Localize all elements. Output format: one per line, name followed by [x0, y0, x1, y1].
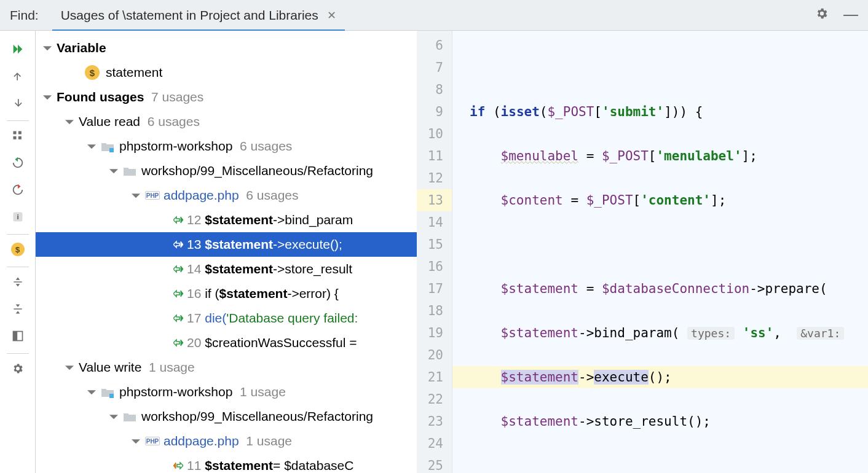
svg-rect-1 [13, 136, 16, 139]
project-name: phpstorm-workshop [119, 139, 232, 154]
chevron-down-icon[interactable] [130, 437, 141, 445]
usage-row[interactable]: 16 if ($statement->error) { [36, 281, 417, 306]
minimize-icon[interactable] [843, 15, 858, 16]
php-file-icon: PHP [145, 191, 160, 200]
chevron-down-icon[interactable] [42, 93, 53, 101]
read-usage-icon [173, 240, 183, 249]
read-usage-icon [173, 338, 183, 347]
tool-icon-column: i $ [0, 31, 36, 473]
settings-icon[interactable] [6, 356, 30, 381]
chevron-down-icon[interactable] [108, 166, 119, 175]
value-write-label: Value write [79, 360, 141, 375]
read-usage-icon [173, 265, 183, 273]
chevron-down-icon[interactable] [108, 412, 119, 421]
usages-tree[interactable]: Variable $statement Found usages 7 usage… [36, 31, 417, 473]
usage-row[interactable]: 14 $statement->store_result [36, 257, 417, 281]
preview-icon[interactable] [6, 324, 30, 348]
read-usage-icon [173, 289, 183, 298]
svg-rect-0 [13, 131, 16, 135]
info-icon[interactable]: i [6, 205, 30, 229]
export-green-icon[interactable] [6, 150, 30, 175]
export-red-icon[interactable] [6, 178, 30, 202]
read-usage-icon [173, 216, 183, 224]
read-usage-icon [173, 314, 183, 322]
file-name: addpage.php [164, 188, 239, 203]
close-icon[interactable]: ✕ [327, 9, 336, 22]
found-count: 7 usages [151, 90, 203, 104]
value-read-label: Value read [79, 114, 140, 129]
chevron-down-icon[interactable] [64, 363, 75, 372]
gear-icon[interactable] [815, 7, 829, 23]
prev-icon[interactable] [6, 64, 30, 88]
svg-rect-2 [18, 131, 21, 135]
code-preview: 678910111213141516171819202122232425 if … [417, 31, 868, 473]
write-usage-icon [173, 461, 183, 470]
usage-row-selected[interactable]: 13 $statement->execute(); [36, 232, 417, 257]
variable-name: statement [106, 65, 162, 80]
chevron-down-icon[interactable] [130, 191, 141, 200]
svg-rect-8 [109, 148, 114, 152]
next-icon[interactable] [6, 91, 30, 115]
chevron-down-icon[interactable] [86, 142, 97, 150]
usage-row[interactable]: 11 $statement = $databaseC [36, 453, 417, 473]
usage-row[interactable]: 17 die('Database query failed: [36, 306, 417, 330]
project-folder-icon [101, 386, 114, 397]
find-label: Find: [10, 8, 39, 23]
chevron-down-icon[interactable] [42, 44, 53, 52]
dollar-icon[interactable]: $ [6, 237, 30, 262]
chevron-down-icon[interactable] [64, 117, 75, 126]
svg-rect-3 [18, 136, 21, 139]
gutter: 678910111213141516171819202122232425 [417, 31, 452, 473]
php-file-icon: PHP [145, 437, 160, 445]
svg-text:i: i [17, 213, 18, 221]
collapse-icon[interactable] [6, 297, 30, 321]
folder-icon [123, 165, 136, 176]
dir-name: workshop/99_Miscellaneous/Refactoring [141, 163, 373, 178]
expand-icon[interactable] [6, 270, 30, 294]
tab-title: Usages of \statement in Project and Libr… [61, 8, 318, 23]
project-folder-icon [101, 141, 114, 152]
usage-row[interactable]: 20 $creationWasSuccessful = [36, 330, 417, 355]
find-tab[interactable]: Usages of \statement in Project and Libr… [61, 8, 336, 23]
found-usages-heading: Found usages [57, 90, 144, 104]
rerun-icon[interactable] [6, 37, 30, 61]
variable-badge-icon: $ [85, 65, 100, 80]
folder-icon [123, 411, 136, 422]
svg-rect-7 [13, 332, 17, 341]
find-toolbar: Find: Usages of \statement in Project an… [0, 0, 868, 31]
group-icon[interactable] [6, 123, 30, 148]
chevron-down-icon[interactable] [86, 388, 97, 396]
usage-row[interactable]: 12 $statement->bind_param [36, 208, 417, 232]
svg-rect-9 [109, 394, 114, 398]
variable-heading: Variable [57, 41, 106, 55]
code-area[interactable]: if (isset($_POST['submit'])) { $menulabe… [452, 31, 868, 473]
